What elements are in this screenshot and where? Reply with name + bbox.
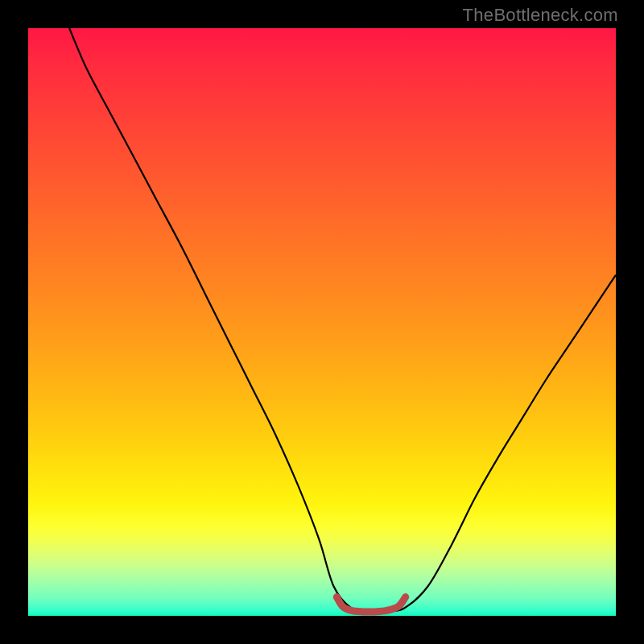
curve-overlay	[28, 28, 616, 616]
chart-frame: TheBottleneck.com	[0, 0, 644, 644]
bottleneck-curve	[69, 28, 616, 612]
watermark-text: TheBottleneck.com	[463, 5, 618, 26]
